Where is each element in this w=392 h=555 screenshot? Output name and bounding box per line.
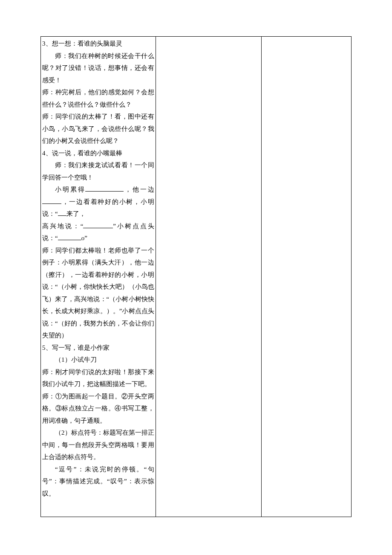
blank-3[interactable]	[58, 209, 66, 216]
fill-pre: 小明累得	[55, 186, 85, 193]
section-3-p3: 师：同学们说的太棒了！看，图中还有小鸟，小鸟飞来了，会说些什么呢？我们的小树又会…	[42, 110, 154, 147]
column-teacher-activity: 3、想一想：看谁的头脑最灵 师：我们在种树的时候还会干什么呢？对了没错！说话，想…	[41, 37, 156, 517]
section-3-title: 3、想一想：看谁的头脑最灵	[42, 38, 154, 50]
section-5-p3: “逗号”：未说完时的停顿。“句号”：事情描述完成。“叹号”：表示惊叹。	[42, 463, 154, 500]
fill-mid1: ，他一边	[124, 186, 154, 193]
lesson-plan-table: 3、想一想：看谁的头脑最灵 师：我们在种树的时候还会干什么呢？对了没错！说话，想…	[40, 36, 352, 517]
section-5-title: 5、写一写，谁是小作家	[42, 342, 154, 354]
section-5-p1: 师：刚才同学们说的太好啦！那接下来我们小试牛刀，把这幅图描述一下吧。	[42, 366, 154, 390]
section-4-p1: 师：我们来接龙试试看看！一个同学回答一个空哦！	[42, 159, 154, 183]
content-cell: 3、想一想：看谁的头脑最灵 师：我们在种树的时候还会干什么呢？对了没错！说话，想…	[42, 38, 154, 515]
blank-4[interactable]	[83, 221, 113, 228]
section-3-p1: 师：我们在种树的时候还会干什么呢？对了没错！说话，想事情，还会有感受！	[42, 50, 154, 87]
fill-mid3: 来了，	[66, 210, 86, 217]
section-5-sub1: （1）小试牛刀	[42, 354, 154, 366]
fill-2c: o”	[81, 235, 87, 241]
fill-blank-line-1: 小明累得，他一边，一边看着种好的小树，小明说：“来了，	[42, 183, 154, 220]
section-5-p2: 师：①为图画起一个题目。②开头空两格。③标点独立占一格。④书写工整，用词准确，句…	[42, 390, 154, 427]
fill-blank-line-2: 高兴地说：“”小树点点头说：“o”	[42, 220, 154, 244]
section-5-sub2: （2）标点符号：标题写在第一排正中间，每一自然段开头空两格哦！要用上合适的标点符…	[42, 427, 154, 463]
column-student-activity	[156, 37, 261, 517]
section-4-p2: 师：同学们都太棒啦！老师也举了一个例子：小明累得（满头大汗），他一边（擦汗），一…	[42, 244, 154, 342]
blank-2[interactable]	[42, 197, 61, 204]
blank-5[interactable]	[58, 233, 81, 241]
section-3-p2: 师：种完树后，他们的感觉如何？会想些什么？说些什么？做些什么？	[42, 86, 154, 110]
blank-1[interactable]	[85, 185, 124, 192]
fill-2a: 高兴地说：“	[42, 223, 83, 230]
column-design-intent	[261, 37, 351, 517]
section-4-title: 4、说一说，看谁的小嘴最棒	[42, 147, 154, 160]
